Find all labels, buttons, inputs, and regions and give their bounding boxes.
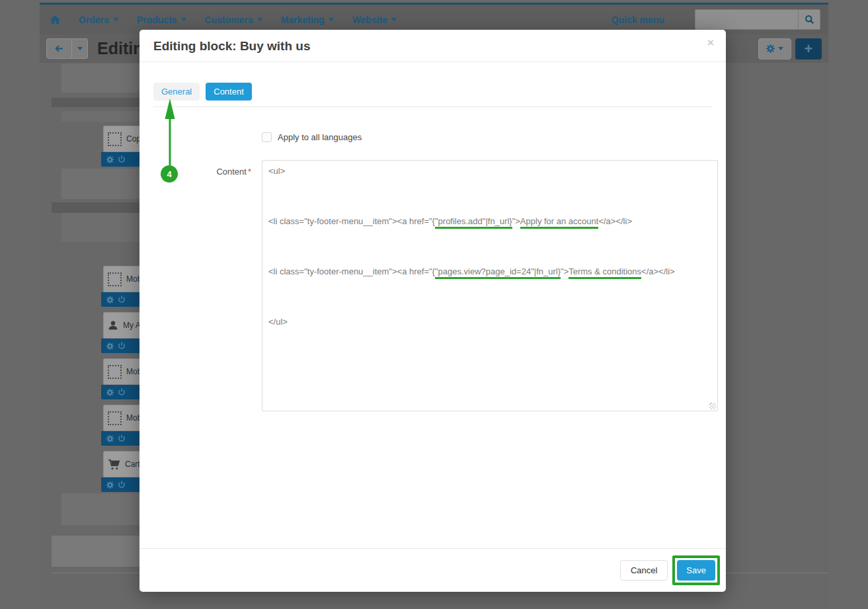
dotted-box-icon bbox=[108, 411, 122, 425]
empty-block-placeholder bbox=[61, 63, 139, 93]
power-icon[interactable] bbox=[118, 155, 126, 163]
nav-item-label: Orders bbox=[79, 15, 109, 25]
empty-block-placeholder bbox=[61, 493, 139, 525]
annotation-underline: "pages.view?page_id=24"|fn_url} bbox=[435, 266, 561, 279]
cancel-button[interactable]: Cancel bbox=[620, 560, 668, 581]
power-icon[interactable] bbox=[118, 296, 126, 304]
code-text: </ul> bbox=[268, 317, 288, 327]
user-icon bbox=[108, 320, 118, 331]
chevron-down-icon bbox=[181, 18, 186, 21]
dotted-box-icon bbox=[108, 272, 122, 286]
annotation-underline: "profiles.add"|fn_url} bbox=[435, 216, 512, 229]
code-line bbox=[268, 290, 711, 303]
nav-item-website[interactable]: Website bbox=[352, 15, 397, 25]
grid-band bbox=[52, 98, 139, 107]
code-line bbox=[268, 227, 711, 240]
close-icon[interactable]: × bbox=[707, 36, 714, 50]
code-line bbox=[268, 240, 711, 253]
nav-item-label: Customers bbox=[205, 15, 253, 25]
gear-icon[interactable] bbox=[106, 389, 114, 396]
nav-item-label: Products bbox=[137, 15, 177, 25]
cart-icon bbox=[108, 459, 120, 470]
apply-all-languages-label: Apply to all languages bbox=[278, 132, 362, 142]
chevron-down-icon bbox=[77, 47, 83, 50]
required-asterisk: * bbox=[248, 167, 251, 177]
bottom-panel bbox=[52, 536, 139, 567]
code-line bbox=[268, 177, 711, 190]
nav-item-customers[interactable]: Customers bbox=[205, 15, 262, 25]
code-line bbox=[268, 278, 711, 290]
empty-block-placeholder bbox=[61, 169, 139, 199]
search-box bbox=[695, 9, 820, 30]
chevron-down-icon bbox=[391, 18, 397, 21]
save-button-wrap: Save bbox=[677, 560, 715, 581]
edit-block-modal: Editing block: Buy with us × General Con… bbox=[139, 30, 726, 592]
content-label-text: Content bbox=[216, 167, 247, 177]
back-button-group bbox=[46, 38, 88, 59]
nav-item-marketing[interactable]: Marketing bbox=[281, 15, 334, 25]
back-dropdown-button[interactable] bbox=[72, 38, 88, 59]
gear-icon[interactable] bbox=[106, 481, 114, 489]
modal-header: Editing block: Buy with us × bbox=[139, 30, 726, 62]
power-icon[interactable] bbox=[118, 342, 126, 350]
quick-menu-label: Quick menu bbox=[612, 15, 664, 25]
code-line: <li class="ty-footer-menu__item"><a href… bbox=[268, 265, 711, 278]
modal-tabs: General Content bbox=[153, 83, 712, 107]
dotted-box-icon bbox=[108, 365, 122, 379]
nav-item-label: Website bbox=[352, 15, 387, 25]
tab-content[interactable]: Content bbox=[206, 83, 252, 101]
search-button[interactable] bbox=[798, 10, 820, 29]
annotation-underline: Terms & conditions bbox=[569, 266, 641, 279]
content-field-label: Content* bbox=[153, 160, 251, 411]
content-textarea[interactable]: <ul> <li class="ty-footer-menu__item"><a… bbox=[262, 160, 718, 411]
chevron-down-icon bbox=[329, 18, 334, 21]
power-icon[interactable] bbox=[118, 388, 126, 396]
gear-icon[interactable] bbox=[106, 296, 114, 304]
add-button[interactable]: + bbox=[795, 38, 822, 60]
chevron-down-icon bbox=[257, 18, 262, 21]
apply-all-languages-checkbox[interactable] bbox=[262, 132, 272, 142]
code-line bbox=[268, 253, 711, 265]
modal-title: Editing block: Buy with us bbox=[153, 39, 311, 53]
arrow-left-icon bbox=[54, 44, 64, 53]
search-input[interactable] bbox=[695, 10, 798, 29]
nav-menu: OrdersProductsCustomersMarketingWebsite bbox=[79, 15, 397, 25]
grid-band bbox=[61, 111, 139, 122]
quick-menu-link[interactable]: Quick menu bbox=[612, 15, 664, 25]
content-code: <ul> <li class="ty-footer-menu__item"><a… bbox=[268, 165, 711, 328]
code-text: <ul> bbox=[268, 166, 285, 176]
nav-item-products[interactable]: Products bbox=[137, 15, 186, 25]
home-icon[interactable] bbox=[50, 15, 60, 24]
code-line: <ul> bbox=[268, 165, 711, 177]
gear-icon[interactable] bbox=[106, 156, 114, 163]
resize-handle-icon[interactable] bbox=[709, 403, 716, 409]
gear-icon bbox=[766, 44, 775, 53]
tab-general[interactable]: General bbox=[153, 83, 200, 101]
dotted-box-icon bbox=[108, 132, 122, 146]
gear-icon[interactable] bbox=[106, 435, 114, 442]
nav-item-orders[interactable]: Orders bbox=[79, 15, 118, 25]
power-icon[interactable] bbox=[118, 434, 126, 442]
power-icon[interactable] bbox=[118, 481, 126, 489]
grid-band bbox=[52, 202, 139, 213]
code-text: "> bbox=[561, 266, 569, 276]
code-text: <li class="ty-footer-menu__item"><a href… bbox=[268, 266, 435, 276]
code-line bbox=[268, 190, 711, 202]
settings-dropdown-button[interactable] bbox=[758, 38, 791, 60]
apply-languages-row: Apply to all languages bbox=[139, 132, 726, 142]
chevron-down-icon bbox=[778, 47, 783, 50]
empty-block-placeholder bbox=[61, 213, 139, 242]
code-line: </ul> bbox=[268, 315, 711, 328]
nav-item-label: Marketing bbox=[281, 15, 325, 25]
code-text: "> bbox=[512, 216, 520, 226]
annotation-underline: Apply for an account bbox=[520, 216, 599, 229]
code-line bbox=[268, 303, 711, 315]
code-line: <li class="ty-footer-menu__item"><a href… bbox=[268, 215, 711, 227]
code-line bbox=[268, 202, 711, 215]
save-button[interactable]: Save bbox=[677, 560, 715, 581]
code-text: </a></li> bbox=[598, 216, 632, 226]
chevron-down-icon bbox=[113, 18, 118, 21]
gear-icon[interactable] bbox=[106, 343, 114, 350]
back-button[interactable] bbox=[46, 38, 72, 59]
modal-footer: Cancel Save bbox=[139, 548, 726, 592]
